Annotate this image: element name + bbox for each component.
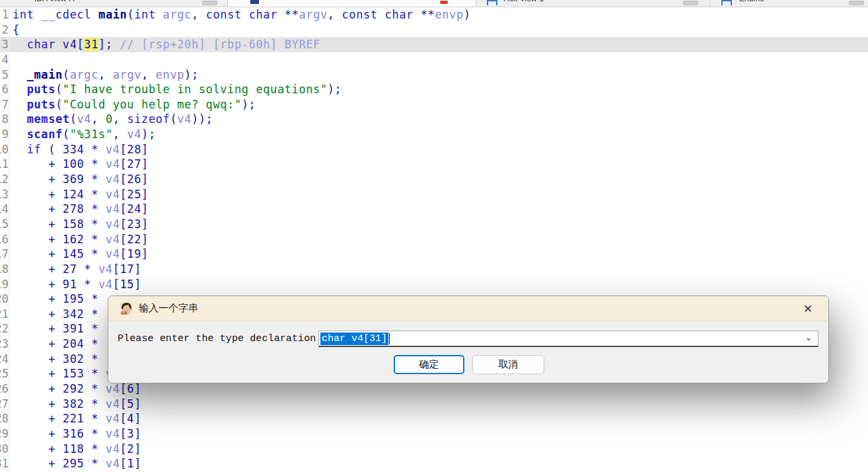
code-line[interactable]: 9 scanf("%31s", v4); <box>0 127 868 142</box>
code-text: + 221 * v4[4] <box>9 411 141 426</box>
code-line[interactable]: 19 + 91 * v4[15] <box>0 277 868 292</box>
code-token <box>13 128 27 141</box>
input-string-dialog: 64 输入一个字串 ✕ Please enter the type declar… <box>108 295 829 383</box>
code-text: + 342 * <box>9 307 98 322</box>
type-declaration-combobox[interactable]: char v4[31] ⌄ <box>318 331 818 347</box>
code-token: , <box>328 8 342 21</box>
code-text: memset(v4, 0, sizeof(v4)); <box>9 112 213 127</box>
code-token: + 158 * <box>13 217 106 231</box>
code-text: + 162 * v4[22] <box>9 232 149 247</box>
code-line[interactable]: 10 if ( 334 * v4[28] <box>0 142 868 157</box>
code-token: envp <box>435 8 463 21</box>
code-line[interactable]: 1int __cdecl main(int argc, const char *… <box>0 7 868 22</box>
code-line[interactable]: 17 + 145 * v4[19] <box>0 247 868 262</box>
ok-button[interactable]: 确定 <box>394 355 464 374</box>
tab-detach-button[interactable] <box>849 1 864 5</box>
dialog-titlebar[interactable]: 64 输入一个字串 ✕ <box>108 296 828 321</box>
code-token: [1] <box>120 457 142 470</box>
tab-detach-button[interactable] <box>202 1 217 5</box>
code-token: + 316 * <box>13 427 106 440</box>
code-token: + 292 * <box>13 382 106 395</box>
code-line[interactable]: 4 <box>0 52 868 67</box>
code-token: + 145 * <box>13 247 106 260</box>
code-token: "I have trouble in solving equations" <box>63 83 328 96</box>
code-line[interactable]: 30 + 118 * v4[2] <box>0 442 868 457</box>
code-token: )); <box>192 112 213 126</box>
code-line[interactable]: 15 + 158 * v4[23] <box>0 217 868 232</box>
line-number: 8 <box>0 112 9 127</box>
line-number: 21 <box>0 307 9 322</box>
code-token <box>378 8 385 21</box>
code-token: [28] <box>120 143 149 156</box>
code-token: + 153 * <box>13 367 106 380</box>
line-number: 1 <box>0 7 9 22</box>
tab-enums[interactable]: Enums <box>739 0 764 3</box>
code-text: + 204 * <box>9 336 98 352</box>
code-text: + 316 * v4[3] <box>9 426 141 442</box>
code-token: int <box>134 8 156 21</box>
code-token: , <box>91 112 106 126</box>
code-token: v4 <box>77 112 92 126</box>
code-line[interactable]: 13 + 124 * v4[25] <box>0 187 868 202</box>
code-text: char v4[31]; // [rsp+20h] [rbp-60h] BYRE… <box>9 37 320 52</box>
code-line[interactable]: 28 + 221 * v4[4] <box>0 411 868 426</box>
line-number: 7 <box>0 97 9 112</box>
tab-hex-view[interactable]: Hex View-1 <box>503 0 544 3</box>
code-token: { <box>13 23 20 36</box>
code-text: + 369 * v4[26] <box>9 172 149 187</box>
type-declaration-label: Please enter the type declaration <box>118 333 316 344</box>
code-token: envp <box>156 68 184 81</box>
line-number: 11 <box>0 157 9 172</box>
line-number: 31 <box>0 456 9 471</box>
code-line[interactable]: 6 puts("I have trouble in solving equati… <box>0 82 868 97</box>
code-line[interactable]: 27 + 382 * v4[5] <box>0 397 868 412</box>
code-token: + 369 * <box>13 173 106 186</box>
pseudocode-tab-close-icon[interactable] <box>440 1 448 4</box>
code-line[interactable]: 3 char v4[31]; // [rsp+20h] [rbp-60h] BY… <box>0 37 868 52</box>
line-number: 27 <box>0 397 9 412</box>
code-token: v4 <box>106 233 120 246</box>
code-token: puts <box>27 98 55 111</box>
code-line[interactable]: 8 memset(v4, 0, sizeof(v4)); <box>0 112 868 127</box>
code-token: ) <box>464 8 471 21</box>
code-token: , <box>141 68 156 81</box>
cancel-button[interactable]: 取消 <box>472 355 544 374</box>
pseudocode-listing[interactable]: 1int __cdecl main(int argc, const char *… <box>0 7 868 471</box>
tab-ida-view[interactable]: IDA View-A <box>34 0 74 3</box>
line-number: 18 <box>0 262 9 277</box>
code-token: const <box>206 8 242 21</box>
code-token: [27] <box>120 157 149 171</box>
code-line[interactable]: 11 + 100 * v4[27] <box>0 157 868 172</box>
code-token: v4 <box>106 457 120 470</box>
code-line[interactable]: 14 + 278 * v4[24] <box>0 202 868 217</box>
code-text: + 118 * v4[2] <box>9 442 141 457</box>
code-line[interactable]: 26 + 292 * v4[6] <box>0 381 868 397</box>
line-number: 25 <box>0 366 9 381</box>
line-number: 16 <box>0 232 9 247</box>
code-token: ); <box>328 83 342 96</box>
code-line[interactable]: 2{ <box>0 22 868 38</box>
line-number: 3 <box>0 37 9 52</box>
line-number: 12 <box>0 172 9 187</box>
code-token: + 221 * <box>13 412 106 425</box>
code-line[interactable]: 18 + 27 * v4[17] <box>0 262 868 277</box>
code-token: , <box>98 68 113 81</box>
code-token: + 302 * <box>13 352 98 366</box>
enums-tab-icon <box>721 0 732 5</box>
chevron-down-icon[interactable]: ⌄ <box>805 332 813 342</box>
tab-detach-button[interactable] <box>683 1 698 5</box>
code-token: + 382 * <box>13 397 106 411</box>
code-token: + 124 * <box>13 188 106 201</box>
code-line[interactable]: 5 _main(argc, argv, envp); <box>0 67 868 83</box>
code-line[interactable]: 12 + 369 * v4[26] <box>0 172 868 187</box>
code-line[interactable]: 16 + 162 * v4[22] <box>0 232 868 247</box>
tab-pseudocode[interactable] <box>228 0 476 7</box>
code-text <box>9 52 13 67</box>
code-token: v4 <box>106 382 120 395</box>
code-line[interactable]: 31 + 295 * v4[1] <box>0 456 868 471</box>
tab-pseudocode-label[interactable]: Pseudocode-A <box>264 0 316 1</box>
close-icon[interactable]: ✕ <box>801 301 815 316</box>
code-line[interactable]: 29 + 316 * v4[3] <box>0 426 868 442</box>
code-token: argc <box>70 68 98 81</box>
code-line[interactable]: 7 puts("Could you help me? qwq:"); <box>0 97 868 112</box>
